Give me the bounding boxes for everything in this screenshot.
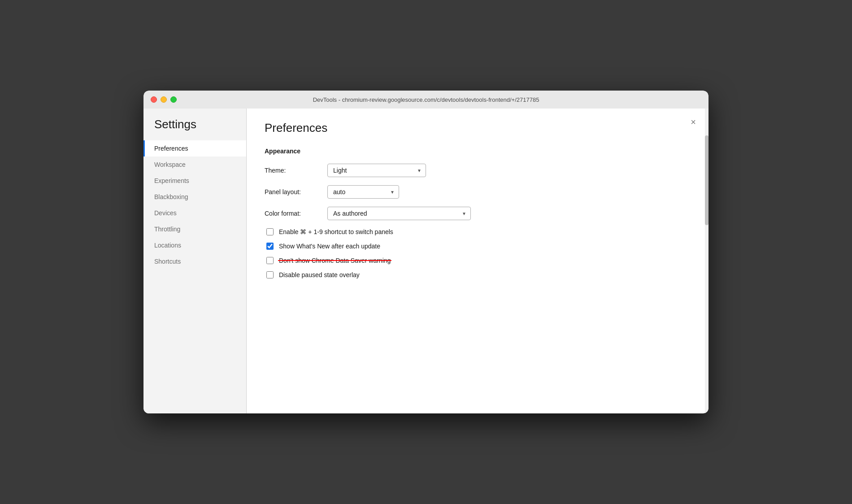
sidebar-item-experiments[interactable]: Experiments <box>143 173 246 189</box>
close-button[interactable]: × <box>687 116 700 128</box>
color-format-label: Color format: <box>265 210 327 217</box>
data-saver-label: Don't show Chrome Data Saver warning <box>279 257 391 264</box>
data-saver-checkbox[interactable] <box>266 257 274 264</box>
sidebar-heading: Settings <box>143 117 246 140</box>
color-format-select-wrapper: As authored HEX RGB HSL <box>327 207 471 220</box>
sidebar-item-preferences[interactable]: Preferences <box>143 140 246 156</box>
scrollbar-track <box>705 109 709 413</box>
cmd-shortcut-checkbox[interactable] <box>266 228 274 235</box>
minimize-traffic-light[interactable] <box>161 96 167 103</box>
sidebar-item-blackboxing[interactable]: Blackboxing <box>143 189 246 205</box>
appearance-section: Appearance Theme: Light Dark System pref… <box>265 148 691 278</box>
panel-layout-label: Panel layout: <box>265 188 327 196</box>
data-saver-row: Don't show Chrome Data Saver warning <box>265 257 691 264</box>
panel-layout-row: Panel layout: auto horizontal vertical <box>265 185 691 199</box>
whats-new-row: Show What's New after each update <box>265 243 691 250</box>
page-title: Preferences <box>265 121 691 135</box>
close-traffic-light[interactable] <box>151 96 157 103</box>
appearance-heading: Appearance <box>265 148 691 155</box>
cmd-shortcut-label: Enable ⌘ + 1-9 shortcut to switch panels <box>279 228 393 235</box>
maximize-traffic-light[interactable] <box>170 96 177 103</box>
sidebar-item-workspace[interactable]: Workspace <box>143 156 246 173</box>
sidebar-nav: Preferences Workspace Experiments Blackb… <box>143 140 246 269</box>
whats-new-checkbox[interactable] <box>266 243 274 250</box>
whats-new-label: Show What's New after each update <box>279 243 380 250</box>
color-format-row: Color format: As authored HEX RGB HSL <box>265 207 691 220</box>
sidebar: Settings Preferences Workspace Experimen… <box>143 109 247 413</box>
theme-label: Theme: <box>265 167 327 174</box>
scrollbar-thumb[interactable] <box>705 135 709 225</box>
panel-layout-select-wrapper: auto horizontal vertical <box>327 185 399 199</box>
sidebar-item-devices[interactable]: Devices <box>143 205 246 221</box>
theme-select[interactable]: Light Dark System preference <box>327 164 426 177</box>
sidebar-item-shortcuts[interactable]: Shortcuts <box>143 253 246 269</box>
theme-select-wrapper: Light Dark System preference <box>327 164 426 177</box>
sidebar-item-throttling[interactable]: Throttling <box>143 221 246 237</box>
paused-overlay-checkbox[interactable] <box>266 271 274 278</box>
window-content: Settings Preferences Workspace Experimen… <box>143 109 709 413</box>
color-format-select[interactable]: As authored HEX RGB HSL <box>327 207 471 220</box>
window-title: DevTools - chromium-review.googlesource.… <box>313 96 539 103</box>
sidebar-item-locations[interactable]: Locations <box>143 237 246 253</box>
main-content: × Preferences Appearance Theme: Light Da… <box>247 109 709 413</box>
cmd-shortcut-row: Enable ⌘ + 1-9 shortcut to switch panels <box>265 228 691 235</box>
theme-row: Theme: Light Dark System preference <box>265 164 691 177</box>
traffic-lights <box>151 96 177 103</box>
data-saver-text: Don't show Chrome Data Saver warning <box>279 257 391 264</box>
paused-overlay-label: Disable paused state overlay <box>279 271 360 278</box>
paused-overlay-row: Disable paused state overlay <box>265 271 691 278</box>
devtools-window: DevTools - chromium-review.googlesource.… <box>143 91 709 413</box>
panel-layout-select[interactable]: auto horizontal vertical <box>327 185 399 199</box>
title-bar: DevTools - chromium-review.googlesource.… <box>143 91 709 109</box>
